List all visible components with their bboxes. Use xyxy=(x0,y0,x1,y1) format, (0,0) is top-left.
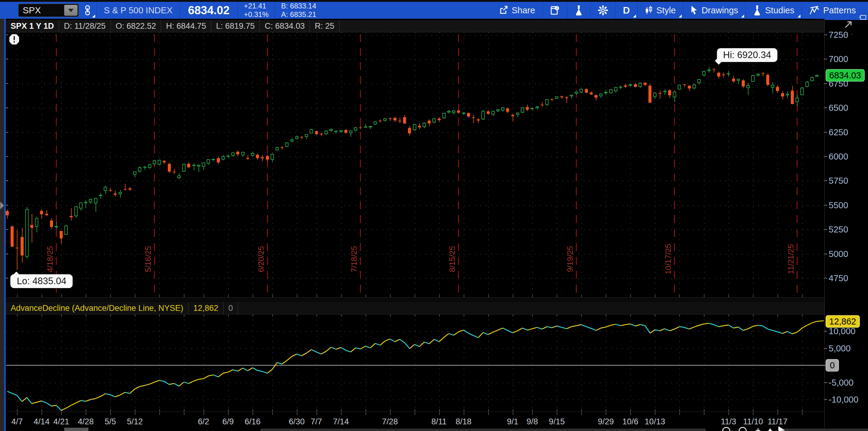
axis-menu-dots[interactable]: ‒ · xyxy=(844,30,854,38)
zoom-in-icon xyxy=(739,427,746,431)
study-zero-value: 0 xyxy=(223,302,238,314)
ohlc-field: R: 25 xyxy=(310,20,340,32)
maximize-chart-icon[interactable] xyxy=(844,20,853,29)
study-zero-badge: 0 xyxy=(826,359,839,372)
study-value-badge: 12,862 xyxy=(826,315,860,328)
ohlc-field: O: 6822.52 xyxy=(111,20,161,32)
arrow-up-icon xyxy=(768,428,772,431)
low-callout-label: Lo: 4835.04 xyxy=(17,276,66,286)
chart-status-bar: SPX 1 Y 1D D: 11/28/25O: 6822.52H: 6844.… xyxy=(6,20,825,32)
zoom-out-icon xyxy=(723,427,730,431)
study-value: 12,862 xyxy=(188,302,223,314)
ohlc-field: H: 6844.75 xyxy=(161,20,211,32)
low-callout: Lo: 4835.04 xyxy=(10,274,73,288)
high-callout-label: Hi: 6920.34 xyxy=(723,49,771,60)
cursor-mode-icon xyxy=(778,426,785,431)
lower-study-header: AdvanceDecline (Advance/Decline Line, NY… xyxy=(6,302,825,314)
bottom-zoom-controls[interactable] xyxy=(721,424,787,431)
chart-title: SPX 1 Y 1D xyxy=(6,20,59,32)
plus-icon xyxy=(756,428,760,431)
ohlc-field: L: 6819.75 xyxy=(211,20,260,32)
high-callout: Hi: 6920.34 xyxy=(717,48,778,62)
warning-icon[interactable] xyxy=(9,34,20,45)
ohlc-field: C: 6834.03 xyxy=(260,20,310,32)
study-name[interactable]: AdvanceDecline (Advance/Decline Line, NY… xyxy=(6,302,188,314)
chart-canvas[interactable] xyxy=(0,0,868,431)
ohlc-field: D: 11/28/25 xyxy=(59,20,111,32)
last-price-badge: 6834.03 xyxy=(826,69,865,81)
